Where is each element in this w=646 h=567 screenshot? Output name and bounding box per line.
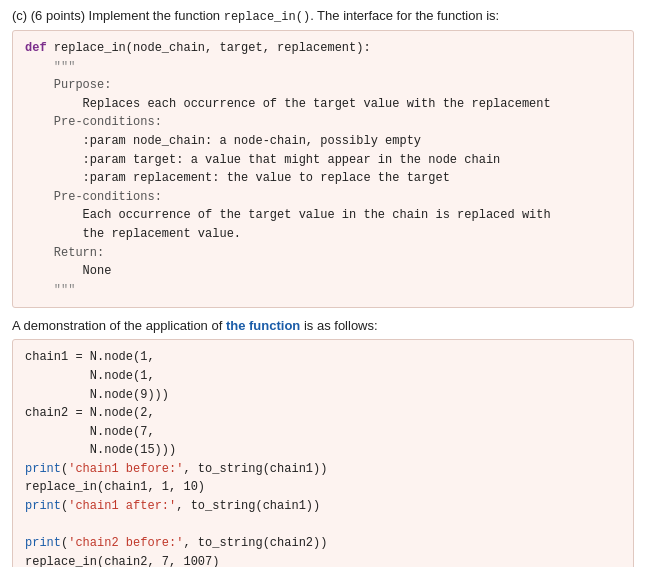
function-name-inline: replace_in() <box>224 10 310 24</box>
part-c-prefix: (c) (6 points) Implement the function <box>12 8 224 23</box>
docstring-code-block: def replace_in(node_chain, target, repla… <box>12 30 634 308</box>
demo-prose: A demonstration of the application of th… <box>12 318 634 333</box>
part-c-end: function is: <box>433 8 499 23</box>
demo-code-block: chain1 = N.node(1, N.node(1, N.node(9)))… <box>12 339 634 567</box>
the-text: the <box>415 8 433 23</box>
demo-prose-text: A demonstration of the application of <box>12 318 226 333</box>
part-c-label: (c) (6 points) Implement the function re… <box>12 8 634 24</box>
part-c-mid: . The interface for <box>310 8 415 23</box>
demo-prose-end: is as follows: <box>300 318 377 333</box>
demo-prose-highlight: the function <box>226 318 300 333</box>
